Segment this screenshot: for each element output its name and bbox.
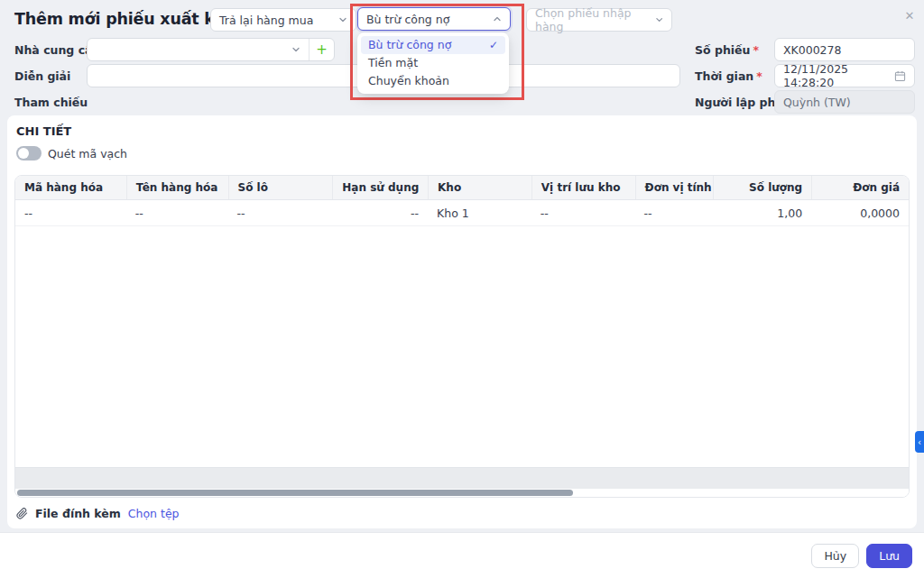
add-supplier-button[interactable]: +	[309, 39, 334, 60]
chevron-down-icon	[291, 45, 300, 54]
supplier-select-group: +	[87, 38, 335, 61]
time-input[interactable]: 12/11/2025 14:28:20	[774, 64, 915, 87]
cell-vi-tri-luu-kho[interactable]: --	[531, 200, 635, 225]
cell-kho[interactable]: Kho 1	[428, 200, 531, 225]
close-icon[interactable]: ✕	[901, 8, 918, 24]
cell-so-luong[interactable]: 1,00	[713, 200, 811, 225]
cancel-button[interactable]: Hủy	[811, 544, 859, 568]
export-reason-value: Trả lại hàng mua	[219, 14, 313, 27]
calendar-icon[interactable]	[894, 70, 906, 82]
col-kho: Kho	[428, 176, 531, 199]
payment-method-dropdown: Bù trừ công nợ ✓ Tiền mặt Chuyển khoản	[357, 32, 509, 94]
chevron-up-icon	[493, 14, 502, 23]
col-so-luong: Số lượng	[713, 176, 811, 199]
table-empty-area	[15, 226, 909, 467]
creator-input: Quỳnh (TW)	[774, 90, 915, 114]
col-ten-hang-hoa: Tên hàng hóa	[126, 176, 228, 199]
time-label: Thời gian*	[695, 69, 762, 83]
table-header-row: Mã hàng hóa Tên hàng hóa Số lô Hạn sử dụ…	[15, 176, 909, 200]
slip-no-input[interactable]: XK000278	[774, 38, 915, 61]
table-summary-row	[15, 467, 909, 489]
detail-table: Mã hàng hóa Tên hàng hóa Số lô Hạn sử dụ…	[14, 175, 910, 498]
col-don-gia: Đơn giá	[811, 176, 909, 199]
scrollbar-thumb[interactable]	[17, 490, 573, 496]
export-slip-dialog: Thêm mới phiếu xuất kho Trả lại hàng mua…	[0, 0, 924, 578]
attachment-row: File đính kèm Chọn tệp	[16, 507, 180, 520]
toggle-knob	[18, 148, 29, 159]
cell-ma-hang-hoa[interactable]: --	[15, 200, 126, 225]
slip-no-label: Số phiếu*	[695, 43, 759, 57]
col-ma-hang-hoa: Mã hàng hóa	[15, 176, 126, 199]
paperclip-icon	[16, 508, 28, 519]
payment-method-value: Bù trừ công nợ	[366, 13, 449, 26]
chevron-down-icon	[655, 15, 663, 24]
barcode-scan-toggle[interactable]	[16, 146, 42, 161]
save-button[interactable]: Lưu	[866, 544, 912, 568]
supplier-select[interactable]	[88, 39, 309, 60]
cell-ten-hang-hoa[interactable]: --	[126, 200, 228, 225]
horizontal-scrollbar	[15, 489, 909, 497]
attachment-label: File đính kèm	[35, 507, 121, 520]
barcode-toggle-row: Quét mã vạch	[16, 146, 127, 161]
dropdown-option-bu-tru-cong-no[interactable]: Bù trừ công nợ ✓	[361, 36, 505, 54]
cell-han-su-dung[interactable]: --	[332, 200, 428, 225]
col-vi-tri-luu-kho: Vị trí lưu kho	[531, 176, 635, 199]
chevron-down-icon	[338, 15, 347, 24]
export-reason-select[interactable]: Trả lại hàng mua	[210, 8, 356, 32]
description-label: Diễn giải	[14, 69, 70, 83]
dropdown-option-chuyen-khoan[interactable]: Chuyển khoản	[361, 72, 505, 90]
required-mark: *	[753, 43, 759, 57]
table-row[interactable]: -- -- -- -- Kho 1 -- -- 1,00 0,0000	[15, 200, 909, 226]
page-title: Thêm mới phiếu xuất kho	[14, 10, 236, 28]
col-han-su-dung: Hạn sử dụng	[332, 176, 428, 199]
collapse-panel-tab[interactable]: ‹	[915, 431, 924, 453]
detail-section-title: CHI TIẾT	[16, 124, 71, 138]
import-slip-select[interactable]: Chọn phiếu nhập hàng	[526, 8, 672, 32]
col-so-lo: Số lô	[228, 176, 333, 199]
choose-file-link[interactable]: Chọn tệp	[128, 507, 180, 520]
cell-so-lo[interactable]: --	[228, 200, 333, 225]
dropdown-option-tien-mat[interactable]: Tiền mặt	[361, 54, 505, 72]
cell-don-vi-tinh[interactable]: --	[635, 200, 714, 225]
payment-method-select[interactable]: Bù trừ công nợ	[357, 7, 511, 31]
required-mark: *	[756, 69, 762, 83]
chevron-left-icon: ‹	[918, 437, 921, 447]
reference-label: Tham chiếu	[14, 96, 88, 109]
detail-card: CHI TIẾT Quét mã vạch Mã hàng hóa Tên hà…	[7, 115, 917, 528]
import-slip-placeholder: Chọn phiếu nhập hàng	[535, 6, 655, 33]
col-don-vi-tinh: Đơn vị tính	[635, 176, 714, 199]
dialog-footer: Hủy Lưu	[0, 532, 924, 578]
cell-don-gia[interactable]: 0,0000	[811, 200, 909, 225]
check-icon: ✓	[489, 36, 498, 54]
barcode-toggle-label: Quét mã vạch	[48, 147, 127, 161]
